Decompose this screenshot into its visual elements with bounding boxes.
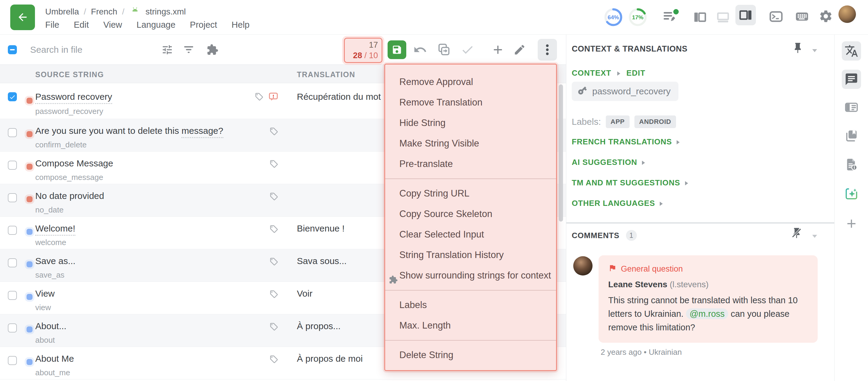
menu-view[interactable]: View (103, 20, 122, 30)
rail-ai-button[interactable] (842, 184, 861, 203)
string-actions-menu: Remove Approval Remove Translation Hide … (384, 64, 557, 371)
comment-card: General question Leane Stevens (l.steven… (598, 255, 818, 343)
menu-item-hide-string[interactable]: Hide String (385, 113, 556, 133)
menu-project[interactable]: Project (190, 20, 217, 30)
tag-icon[interactable] (270, 290, 278, 300)
breadcrumb-language[interactable]: French (91, 7, 117, 17)
comment-author-avatar[interactable] (573, 256, 592, 276)
string-key: confirm_delete (35, 140, 87, 150)
filter-icon[interactable] (183, 44, 195, 57)
breadcrumb-project[interactable]: Umbrella (45, 7, 79, 17)
editor-scrollbar[interactable] (559, 85, 563, 222)
menu-item-delete-string[interactable]: Delete String (385, 345, 556, 365)
menu-item-remove-translation[interactable]: Remove Translation (385, 92, 556, 113)
label-chip[interactable]: ANDROID (634, 116, 676, 128)
rail-file-info-button[interactable] (842, 155, 861, 174)
menu-item-copy-string-url[interactable]: Copy String URL (385, 183, 556, 204)
issue-icon[interactable] (268, 92, 278, 103)
tag-icon[interactable] (270, 225, 278, 235)
labels-caption: Labels: (572, 117, 601, 127)
section-other-languages[interactable]: OTHER LANGUAGES (572, 199, 663, 208)
drafts-notification-icon[interactable] (662, 8, 680, 27)
settings-gear-icon[interactable] (818, 9, 833, 25)
breadcrumb-separator: / (84, 7, 86, 17)
menu-item-pre-translate[interactable]: Pre-translate (385, 154, 556, 174)
string-key-value: password_recovery (592, 86, 671, 96)
pin-icon[interactable] (792, 42, 804, 55)
menu-item-show-surrounding-strings[interactable]: Show surrounding strings for context (385, 265, 556, 286)
undo-icon[interactable] (413, 43, 427, 58)
android-icon (130, 6, 140, 17)
row-checkbox[interactable] (8, 128, 17, 137)
rail-add-panel-button[interactable] (842, 214, 861, 233)
translated-percent: 64% (608, 14, 619, 21)
menu-help[interactable]: Help (231, 20, 250, 30)
duplicate-icon[interactable] (437, 43, 451, 58)
search-input[interactable]: Search in file (30, 44, 82, 55)
menu-edit[interactable]: Edit (74, 20, 89, 30)
keyboard-icon[interactable] (795, 10, 809, 25)
breadcrumb-file[interactable]: strings.xml (146, 7, 186, 17)
context-panel: CONTEXT & TRANSLATIONS CONTEXT EDIT pass… (566, 35, 834, 381)
add-string-icon[interactable] (491, 43, 505, 58)
rail-glossary-button[interactable] (842, 126, 861, 145)
row-checkbox[interactable] (8, 161, 17, 170)
tag-icon[interactable] (270, 257, 278, 267)
menu-item-make-string-visible[interactable]: Make String Visible (385, 133, 556, 154)
tag-icon[interactable] (270, 355, 278, 365)
mention-link[interactable]: @m.ross (686, 308, 728, 319)
menu-item-clear-selected-input[interactable]: Clear Selected Input (385, 224, 556, 245)
menu-item-remove-approval[interactable]: Remove Approval (385, 72, 556, 92)
user-avatar[interactable] (838, 5, 856, 23)
status-icon (27, 98, 33, 104)
menu-item-max-length[interactable]: Max. Length (385, 315, 556, 336)
row-checkbox[interactable] (8, 291, 17, 300)
row-checkbox[interactable] (8, 193, 17, 202)
string-key-chip[interactable]: password_recovery (572, 82, 678, 101)
editor-toolbar: Search in file 17 28 / 10 (0, 35, 566, 65)
translated-progress-ring[interactable]: 64% (604, 7, 623, 27)
tag-icon[interactable] (270, 159, 278, 170)
plugins-puzzle-icon[interactable] (207, 44, 218, 57)
layout-left-icon[interactable] (693, 10, 707, 25)
comment-author[interactable]: Leane Stevens (608, 280, 667, 289)
tag-icon[interactable] (270, 192, 278, 202)
menu-item-string-translation-history[interactable]: String Translation History (385, 245, 556, 265)
layout-bottom-icon[interactable] (716, 10, 730, 25)
row-checkbox[interactable] (8, 226, 17, 235)
tag-icon[interactable] (270, 322, 278, 332)
menu-file[interactable]: File (45, 20, 59, 30)
flag-icon (608, 264, 617, 274)
approved-progress-ring[interactable]: 17% (628, 7, 647, 27)
section-ai-suggestion[interactable]: AI SUGGESTION (572, 158, 645, 167)
tag-icon[interactable] (270, 127, 278, 137)
row-checkbox[interactable] (8, 258, 17, 267)
menu-item-labels[interactable]: Labels (385, 295, 556, 315)
approve-icon[interactable] (461, 43, 474, 58)
section-french-translations[interactable]: FRENCH TRANSLATIONS (572, 137, 680, 147)
row-checkbox[interactable] (8, 92, 17, 101)
console-icon[interactable] (769, 10, 783, 25)
search-settings-icon[interactable] (161, 44, 173, 57)
row-checkbox[interactable] (8, 356, 17, 365)
section-tm-mt-suggestions[interactable]: TM AND MT SUGGESTIONS (572, 178, 688, 188)
select-all-checkbox[interactable] (8, 45, 17, 54)
menu-language[interactable]: Language (136, 20, 176, 30)
rail-translate-button[interactable] (842, 41, 861, 61)
chevron-down-icon[interactable] (812, 233, 817, 239)
menu-item-copy-source-skeleton[interactable]: Copy Source Skeleton (385, 204, 556, 224)
unpin-icon[interactable] (790, 227, 803, 240)
rail-dictionary-button[interactable] (842, 98, 861, 117)
save-button[interactable] (388, 40, 406, 59)
back-button[interactable] (10, 4, 35, 30)
more-actions-button[interactable] (538, 39, 557, 61)
tag-icon[interactable] (255, 92, 264, 102)
layout-right-button[interactable] (735, 5, 756, 25)
edit-pencil-icon[interactable] (513, 43, 526, 57)
label-chip[interactable]: APP (606, 116, 629, 128)
row-checkbox[interactable] (8, 323, 17, 332)
chevron-down-icon[interactable] (812, 48, 817, 53)
rail-comments-button[interactable] (842, 70, 861, 89)
edit-link[interactable]: EDIT (626, 68, 645, 78)
context-link[interactable]: CONTEXT (572, 68, 611, 78)
